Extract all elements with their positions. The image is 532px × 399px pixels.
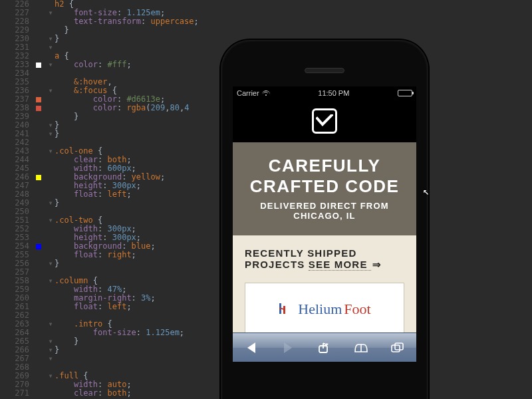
project-card[interactable]: Helium Foot bbox=[245, 283, 404, 332]
site-header bbox=[233, 100, 416, 142]
section-heading: RECENTLY SHIPPED PROJECTS SEE MORE ⇒ bbox=[245, 247, 404, 271]
clock: 11:50 PM bbox=[318, 89, 349, 97]
bookmarks-button[interactable] bbox=[352, 339, 370, 356]
status-bar: Carrier 11:50 PM bbox=[233, 86, 416, 100]
phone-speaker bbox=[305, 68, 344, 73]
svg-rect-2 bbox=[392, 345, 400, 352]
projects-section: RECENTLY SHIPPED PROJECTS SEE MORE ⇒ Hel… bbox=[233, 235, 416, 332]
phone-device-frame: Carrier 11:50 PM CAREFULLY CRAFTED CODE … bbox=[221, 40, 428, 399]
svg-rect-3 bbox=[395, 343, 403, 350]
wifi-icon bbox=[262, 90, 270, 96]
see-more-label: SEE MORE bbox=[309, 259, 368, 270]
back-button[interactable] bbox=[243, 339, 260, 356]
brand-word-2: Foot bbox=[344, 301, 370, 317]
phone-screen: Carrier 11:50 PM CAREFULLY CRAFTED CODE … bbox=[233, 86, 416, 362]
brand-word-1: Helium bbox=[298, 301, 342, 317]
battery-icon bbox=[398, 90, 412, 96]
hero-subtitle: DELIVERED DIRECT FROM CHICAGO, IL bbox=[242, 201, 407, 221]
brand-mark-icon bbox=[278, 302, 293, 317]
line-number-gutter: 2262272282292302312322332342352362372382… bbox=[0, 0, 33, 399]
arrow-right-icon: ⇒ bbox=[372, 259, 382, 270]
share-button[interactable] bbox=[316, 339, 333, 356]
see-more-link[interactable]: SEE MORE bbox=[309, 259, 371, 271]
hero-title: CAREFULLY CRAFTED CODE bbox=[242, 156, 407, 197]
webpage[interactable]: CAREFULLY CRAFTED CODE DELIVERED DIRECT … bbox=[233, 100, 416, 332]
tabs-button[interactable] bbox=[389, 339, 406, 356]
carrier-label: Carrier bbox=[237, 89, 259, 97]
hero-banner: CAREFULLY CRAFTED CODE DELIVERED DIRECT … bbox=[233, 142, 416, 235]
forward-button[interactable] bbox=[279, 339, 297, 356]
marker-gutter bbox=[33, 0, 47, 399]
safari-toolbar bbox=[233, 332, 416, 362]
site-logo-icon[interactable] bbox=[312, 108, 337, 134]
project-brand: Helium Foot bbox=[278, 301, 370, 318]
